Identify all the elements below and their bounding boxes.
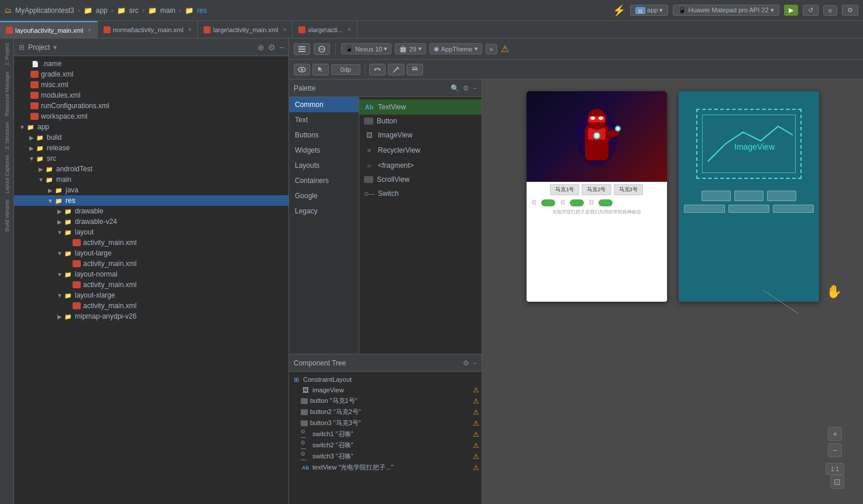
palette-cat-common[interactable]: Common (289, 97, 359, 112)
tree-item-main[interactable]: ▼ 📁 main (14, 174, 288, 185)
palette-item-switch[interactable]: ⊙— Switch (359, 186, 482, 201)
ct-item-button1[interactable]: button "马克1号" ⚠ (289, 395, 482, 406)
ct-item-switch2[interactable]: ⊙— switch2 "召唤" ⚠ (289, 440, 482, 451)
palette-item-scrollview[interactable]: ScrollView (359, 173, 482, 186)
tree-item-gradle[interactable]: gradle.xml (14, 69, 288, 80)
palette-cat-buttons[interactable]: Buttons (289, 127, 359, 143)
sidebar-layout-label[interactable]: Layout Captures (3, 153, 11, 196)
constraint-button[interactable] (369, 64, 386, 75)
tree-item-drawable[interactable]: ▶ 📁 drawable (14, 206, 288, 216)
palette-gear-icon[interactable]: ⚙ (463, 84, 469, 92)
ct-minus-icon[interactable]: − (473, 359, 477, 367)
tree-item-mipmap[interactable]: ▶ 📁 mipmap-anydpi-v26 (14, 311, 288, 322)
tree-item-androidtest[interactable]: ▶ 📁 androidTest (14, 164, 288, 174)
align-button[interactable] (407, 64, 423, 75)
zoom-in-button[interactable]: + (828, 427, 842, 441)
tab-icon-3 (204, 26, 211, 33)
tree-item-layout-normal[interactable]: ▼ 📁 layout-normal (14, 269, 288, 279)
palette-search-icon[interactable]: 🔍 (451, 84, 459, 92)
zoom-fit-button[interactable]: ⊡ (830, 475, 844, 489)
view-cursor-button[interactable] (312, 64, 329, 75)
breadcrumb-myapp[interactable]: MyApplicationtest3 (15, 6, 74, 15)
ct-item-constraintlayout[interactable]: ⊞ ConstraintLayout (289, 374, 482, 385)
palette-cat-google[interactable]: Google (289, 188, 359, 203)
breadcrumb-app[interactable]: app (96, 6, 108, 15)
api-button[interactable]: 🤖 29▾ (395, 43, 425, 54)
tree-item-layout-xlarge[interactable]: ▼ 📁 layout-xlarge (14, 290, 288, 301)
svg-point-16 (590, 116, 595, 120)
main-content: 1: Project Resource Manager 2: Structure… (0, 39, 863, 504)
app-dropdown[interactable]: 🤖 app ▾ (630, 5, 668, 16)
tree-item-layout[interactable]: ▼ 📁 layout (14, 227, 288, 237)
palette-item-recyclerview[interactable]: ≡ RecyclerView (359, 143, 482, 158)
project-settings-icon[interactable]: ⚙ (268, 43, 276, 52)
close-tab-4[interactable]: × (348, 26, 351, 33)
ct-gear-icon[interactable]: ⚙ (463, 359, 469, 367)
tree-item-runconfig[interactable]: runConfigurations.xml (14, 101, 288, 111)
palette-cat-layouts[interactable]: Layouts (289, 158, 359, 173)
tree-item-drawable-v24[interactable]: ▶ 📁 drawable-v24 (14, 216, 288, 227)
tree-item-modules[interactable]: modules.xml (14, 90, 288, 101)
close-tab-2[interactable]: × (188, 26, 191, 33)
reload-button[interactable]: ↺ (803, 5, 819, 16)
sidebar-project-label[interactable]: 1: Project (3, 41, 11, 68)
close-tab-1[interactable]: × (88, 27, 91, 33)
tab-normal-main[interactable]: normal\activity_main.xml × (98, 21, 198, 38)
tree-item-app[interactable]: ▼ 📁 app (14, 122, 288, 132)
sidebar-build-label[interactable]: Build Variants (3, 197, 11, 234)
tab-layout-main[interactable]: layout\activity_main.xml × (0, 21, 98, 38)
blueprint-button[interactable] (314, 43, 330, 55)
dp-input[interactable] (331, 64, 360, 75)
palette-minus-icon[interactable]: − (473, 84, 477, 92)
settings-button[interactable]: ⚙ (842, 5, 858, 16)
palette-cat-containers[interactable]: Containers (289, 173, 359, 188)
tree-item-misc[interactable]: misc.xml (14, 80, 288, 90)
project-minimize-icon[interactable]: − (279, 43, 284, 52)
tree-item-workspace[interactable]: workspace.xml (14, 111, 288, 122)
tree-item-activity-main-2[interactable]: activity_main.xml (14, 258, 288, 269)
tree-item-res[interactable]: ▼ 📁 res (14, 195, 288, 206)
ct-item-switch1[interactable]: ⊙— switch1 "召唤" ⚠ (289, 429, 482, 440)
ct-item-switch3[interactable]: ⊙— switch3 "召唤" ⚠ (289, 451, 482, 462)
ct-item-imageview[interactable]: 🖼 imageView ⚠ (289, 385, 482, 395)
palette-item-textview[interactable]: Ab TextView (359, 99, 482, 115)
tree-item-release[interactable]: ▶ 📁 release (14, 143, 288, 153)
sidebar-structure-label[interactable]: 2: Structure (3, 120, 11, 152)
device-button[interactable]: 📱 Nexus 10▾ (341, 43, 391, 54)
tree-item-name[interactable]: 📄 .name (14, 58, 288, 69)
project-sync-icon[interactable]: ⊕ (257, 43, 264, 52)
tree-item-build[interactable]: ▶ 📁 build (14, 132, 288, 143)
palette-cat-widgets[interactable]: Widgets (289, 143, 359, 158)
breadcrumb-res[interactable]: res (197, 6, 207, 15)
close-tab-3[interactable]: × (283, 26, 287, 33)
tree-item-activity-main-4[interactable]: activity_main.xml (14, 301, 288, 311)
more-button[interactable]: » (486, 44, 497, 54)
palette-item-button[interactable]: Button (359, 115, 482, 127)
tree-item-activity-main-3[interactable]: activity_main.xml (14, 279, 288, 290)
hand-cursor-icon[interactable]: ✋ (826, 284, 842, 299)
tree-item-layout-large[interactable]: ▼ 📁 layout-large (14, 248, 288, 258)
menu-button[interactable]: ≡ (823, 5, 837, 16)
tree-item-java[interactable]: ▶ 📁 java (14, 185, 288, 195)
breadcrumb-main[interactable]: main (160, 6, 176, 15)
palette-cat-text[interactable]: Text (289, 112, 359, 127)
tab-large-main[interactable]: large\activity_main.xml × (198, 21, 293, 38)
palette-item-fragment[interactable]: ‹› <fragment> (359, 158, 482, 173)
ct-item-button2[interactable]: button2 "马克2号" ⚠ (289, 406, 482, 417)
view-eye-button[interactable] (294, 64, 310, 75)
palette-item-imageview[interactable]: 🖼 ImageView (359, 127, 482, 143)
theme-button[interactable]: ◉ AppTheme▾ (429, 43, 482, 54)
layers-button[interactable] (294, 43, 310, 55)
zoom-out-button[interactable]: − (828, 443, 842, 457)
sidebar-resource-label[interactable]: Resource Manager (3, 69, 11, 119)
ct-item-textview[interactable]: Ab textView "光电学院扛把子..." ⚠ (289, 462, 482, 473)
ct-item-button3[interactable]: button3 "马克3号" ⚠ (289, 417, 482, 429)
tree-item-activity-main-1[interactable]: activity_main.xml (14, 237, 288, 248)
palette-cat-legacy[interactable]: Legacy (289, 203, 359, 219)
device-dropdown[interactable]: 📱 Huawei Matepad pro API 22 ▾ (673, 5, 779, 16)
magic-button[interactable] (388, 64, 404, 75)
tab-xlarge-main[interactable]: xlarge\acti... × (293, 21, 357, 38)
breadcrumb-src[interactable]: src (129, 6, 139, 15)
run-button[interactable]: ▶ (784, 5, 798, 16)
tree-item-src[interactable]: ▼ 📁 src (14, 153, 288, 164)
